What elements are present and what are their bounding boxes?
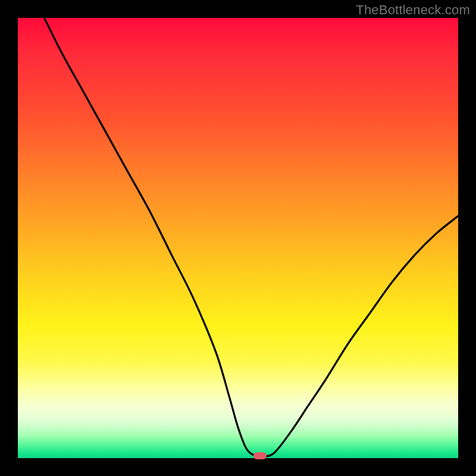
chart-frame: TheBottleneck.com: [0, 0, 476, 476]
plot-area: [18, 18, 458, 458]
bottleneck-curve: [18, 18, 458, 458]
optimal-point-marker: [253, 452, 267, 459]
watermark-text: TheBottleneck.com: [356, 2, 470, 18]
curve-path: [44, 18, 458, 456]
